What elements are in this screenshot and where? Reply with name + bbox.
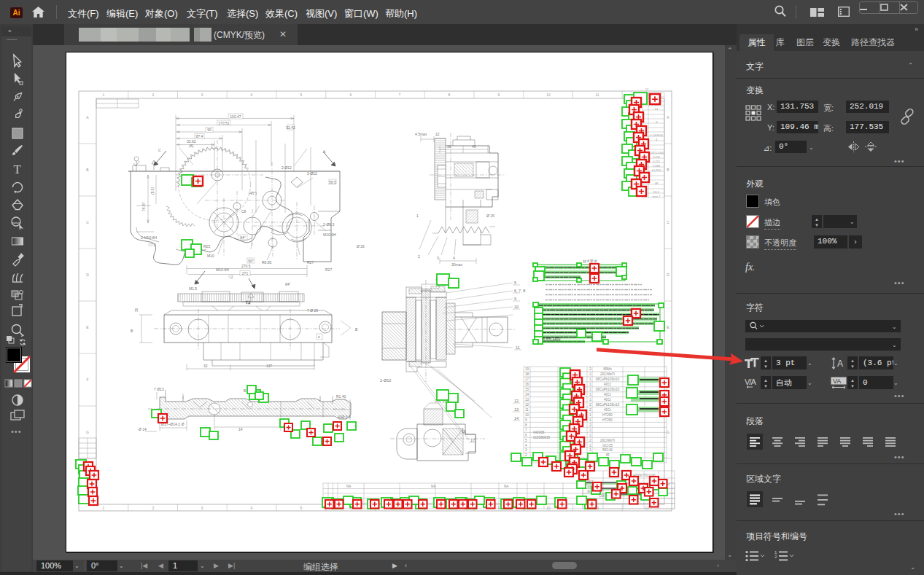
svg-text:32: 32	[203, 364, 208, 368]
svg-text:±0.25%: ±0.25%	[651, 168, 661, 172]
svg-text:2: 2	[774, 555, 777, 559]
svg-text:270.5: 270.5	[241, 264, 251, 268]
svg-text:(8.5): (8.5)	[150, 187, 155, 195]
svg-text:14: 14	[525, 393, 529, 396]
svg-text:R8.85: R8.85	[262, 260, 272, 265]
svg-text:2: 2	[589, 367, 591, 371]
svg-text:65Mn: 65Mn	[603, 367, 612, 371]
svg-text:08CuPb10Sn10: 08CuPb10Sn10	[596, 388, 620, 391]
svg-text:14: 14	[514, 416, 519, 421]
svg-text:2-Ø10: 2-Ø10	[380, 378, 391, 383]
svg-text:2-M10-6H: 2-M10-6H	[141, 235, 158, 240]
svg-text:2: 2	[589, 423, 591, 427]
svg-text:C: C	[158, 148, 161, 152]
svg-text:Ø 26: Ø 26	[357, 244, 365, 249]
svg-text:4.5max: 4.5max	[415, 132, 427, 136]
svg-text:1: 1	[589, 388, 591, 391]
svg-text:F: F	[86, 378, 88, 382]
svg-text:14: 14	[238, 427, 243, 431]
svg-text:M10-6H: M10-6H	[216, 267, 229, 272]
svg-text:1: 1	[589, 398, 591, 402]
svg-text:1: 1	[416, 214, 419, 218]
svg-text:GCr15: GCr15	[602, 444, 613, 447]
svg-text:12: 12	[435, 132, 440, 136]
svg-text:3: 3	[437, 256, 439, 260]
svg-text:1: 1	[589, 372, 591, 376]
svg-text:16: 16	[525, 383, 529, 386]
svg-text:10: 10	[514, 305, 519, 309]
svg-text:M10: M10	[207, 254, 214, 258]
svg-text:1: 1	[103, 506, 105, 510]
svg-text:20CrMnTi: 20CrMnTi	[600, 439, 615, 442]
svg-text:a test 1185: a test 1185	[543, 336, 561, 340]
svg-text:12: 12	[525, 403, 529, 407]
svg-text:49: 49	[472, 144, 476, 149]
svg-text:G: G	[667, 430, 669, 434]
svg-text:20CrMnTi: 20CrMnTi	[600, 372, 615, 376]
svg-text:137: 137	[266, 364, 273, 368]
svg-text:0.14/4000: 0.14/4000	[650, 133, 664, 137]
svg-text:E: E	[86, 325, 89, 329]
svg-text:40Cr: 40Cr	[604, 383, 611, 386]
svg-text:5: 5	[300, 93, 303, 97]
svg-text:8: 8	[449, 93, 451, 97]
svg-text:48: 48	[655, 181, 659, 185]
svg-text:100.47: 100.47	[230, 114, 241, 119]
svg-text:R1 40: R1 40	[336, 394, 346, 399]
svg-text:8: 8	[525, 423, 527, 427]
svg-text:7 Ø 29: 7 Ø 29	[307, 308, 318, 313]
svg-text:2: 2	[152, 506, 155, 510]
svg-text:B: B	[667, 168, 669, 172]
svg-text:e: e	[318, 335, 320, 339]
svg-text:015080835: 015080835	[533, 436, 550, 439]
svg-text:R25: R25	[203, 244, 210, 249]
svg-text:M10-6H: M10-6H	[323, 232, 336, 237]
svg-text:D: D	[86, 273, 89, 277]
svg-text:G: G	[86, 430, 89, 434]
svg-text:M1.5: M1.5	[189, 286, 197, 291]
svg-text:6: 6	[350, 93, 352, 97]
svg-text:Ø 14: Ø 14	[139, 427, 147, 431]
svg-text:4: 4	[656, 138, 658, 141]
svg-text:12: 12	[645, 506, 649, 510]
svg-text:NA: NA	[346, 485, 351, 488]
svg-text:R27: R27	[325, 267, 332, 272]
svg-text:NA: NA	[504, 485, 508, 488]
svg-text:7: 7	[525, 429, 527, 432]
svg-text:1: 1	[589, 378, 591, 381]
svg-text:9: 9	[525, 418, 527, 422]
svg-text:40Cr: 40Cr	[604, 398, 611, 402]
svg-text:90: 90	[207, 128, 211, 132]
svg-text:93.3: 93.3	[653, 190, 660, 194]
svg-text:10: 10	[525, 413, 529, 417]
svg-text:Ø 15: Ø 15	[486, 214, 494, 218]
svg-text:5: 5	[300, 506, 303, 510]
svg-text:2: 2	[589, 403, 591, 407]
svg-text:NA: NA	[431, 485, 435, 488]
svg-text:84°: 84°	[240, 235, 246, 240]
svg-text:1: 1	[589, 413, 591, 417]
svg-text:13: 13	[514, 407, 519, 412]
svg-text:2-Ø6.3: 2-Ø6.3	[323, 222, 335, 227]
svg-text:9: 9	[498, 93, 500, 97]
svg-text:36: 36	[447, 144, 451, 149]
svg-text:90°: 90°	[248, 259, 254, 263]
svg-text:R27: R27	[307, 260, 314, 265]
svg-text:▽2: ▽2	[228, 275, 233, 279]
svg-text:13: 13	[525, 398, 529, 402]
svg-text:58.5: 58.5	[329, 180, 336, 184]
svg-text:1: 1	[589, 448, 591, 452]
svg-text:B: B	[86, 168, 89, 172]
svg-text:271: 271	[242, 271, 249, 275]
svg-text:2: 2	[589, 408, 591, 412]
svg-text:040938: 040938	[533, 431, 545, 434]
svg-text:5.968: 5.968	[653, 164, 661, 168]
svg-text:170.51: 170.51	[218, 121, 230, 125]
svg-text:15: 15	[525, 388, 529, 391]
svg-text:T: T	[14, 163, 22, 176]
svg-text:30max: 30max	[451, 262, 463, 267]
svg-text:5: 5	[525, 439, 527, 442]
svg-text:A: A	[837, 359, 843, 369]
svg-text:74.97: 74.97	[141, 202, 146, 211]
svg-text:2: 2	[418, 254, 420, 259]
